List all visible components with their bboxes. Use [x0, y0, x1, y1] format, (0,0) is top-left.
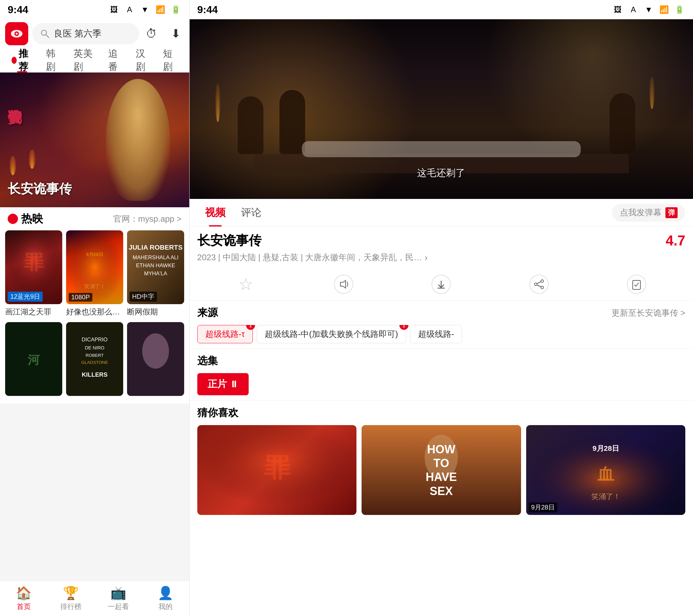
signal-icon-r: 📶	[658, 4, 670, 15]
bottom-nav-mine[interactable]: 👤 我的	[142, 585, 189, 612]
danmaku-button[interactable]: 点我发弹幕 弹	[612, 204, 685, 222]
left-panel: 9:44 🖼 A ▼ 📶 🔋 良医 第六季 ⏱ ⬇	[0, 0, 189, 616]
how-to-have-sex-text: HOWTOHAVESEX	[426, 442, 457, 498]
video-meta-arrow: ›	[424, 253, 427, 263]
movie-card-2[interactable]: 9月28日 血 笑涌了！ 1080P 好像也没那么…	[66, 230, 123, 317]
ranking-icon: 🏆	[63, 585, 79, 601]
source-update-link[interactable]: 更新至长安诡事传 >	[612, 307, 685, 319]
hero-title: 长安诡事传	[8, 180, 72, 198]
home-label: 首页	[17, 602, 31, 612]
movie-poster-2: 9月28日 血 笑涌了！ 1080P	[66, 230, 123, 304]
action-row: ☆	[190, 268, 693, 301]
hot-title-text: 热映	[21, 212, 43, 226]
image-icon: 🖼	[108, 4, 120, 15]
time-right: 9:44	[197, 4, 218, 16]
audio-btn[interactable]	[295, 275, 392, 294]
source-tab-2[interactable]: 超级线路-中(加载失败换个线路即可) 1	[257, 325, 406, 343]
app-header: 良医 第六季 ⏱ ⬇	[0, 19, 189, 48]
recommend-title: 猜你喜欢	[197, 406, 685, 420]
home-icon: 🏠	[16, 585, 32, 601]
source-tab-1-badge: 1	[246, 325, 255, 330]
hero-banner[interactable]: 长安诡事传 长安诡事传	[0, 73, 189, 207]
scene-candle-1	[215, 83, 220, 122]
movie-badge-2: 1080P	[69, 293, 93, 302]
font-icon-r: A	[628, 4, 639, 15]
video-tab-video[interactable]: 视频	[197, 199, 233, 226]
video-tabs: 视频 评论 点我发弹幕 弹	[190, 199, 693, 226]
episode-title: 选集	[197, 354, 685, 368]
history-icon[interactable]: ⏱	[143, 25, 160, 42]
recommend-card-2[interactable]: HOWTOHAVESEX	[361, 425, 521, 515]
hero-character	[106, 79, 170, 201]
svg-text:ROBERT: ROBERT	[86, 353, 104, 358]
svg-text:MYHA'LA: MYHA'LA	[144, 271, 167, 276]
scene-person-3	[610, 93, 635, 154]
svg-text:ETHAN HAWKE: ETHAN HAWKE	[136, 262, 175, 268]
recommend-card-1[interactable]: 罪	[197, 425, 356, 515]
nav-tab-han-label: 汉剧	[136, 47, 151, 74]
source-tab-3-label: 超级线路-	[418, 329, 454, 339]
svg-text:9月28日: 9月28日	[86, 252, 103, 257]
nav-tab-recommend[interactable]: 推荐	[5, 48, 39, 73]
movie-card-5[interactable]: DICAPRIO DE NIRO ROBERT GLADSTONE KILLER…	[66, 322, 123, 398]
app-logo[interactable]	[5, 22, 28, 45]
source-tab-3[interactable]: 超级线路-	[410, 325, 462, 343]
nav-tab-korean-label: 韩剧	[46, 47, 61, 74]
svg-line-30	[537, 285, 541, 287]
video-meta[interactable]: 2023 | 中国大陆 | 悬疑,古装 | 大唐永徽年间，天象异乱，民… ›	[197, 252, 685, 263]
video-player[interactable]: 这毛还剃了	[190, 19, 693, 199]
svg-text:罪: 罪	[24, 251, 44, 273]
nav-tab-follow[interactable]: 追番	[102, 48, 129, 73]
svg-text:9月28日: 9月28日	[592, 444, 619, 452]
mine-label: 我的	[158, 602, 173, 612]
battery-icon-r: 🔋	[674, 4, 685, 15]
nav-tab-han[interactable]: 汉剧	[129, 48, 157, 73]
share-btn[interactable]	[490, 275, 588, 294]
movie-card-3[interactable]: JULIA ROBERTS MAHERSHALA ALI ETHAN HAWKE…	[127, 230, 184, 317]
svg-text:血: 血	[597, 465, 614, 483]
movie-badge-3: HD中字	[130, 292, 157, 302]
audio-icon	[334, 275, 353, 294]
source-tab-1[interactable]: 超级线路-τ 1	[197, 325, 253, 343]
movie-card-6[interactable]	[127, 322, 184, 398]
movie-grid-row1: 罪 12蓝光9日 画江湖之天罪 9月28日 血 笑	[0, 230, 189, 322]
collect-btn[interactable]	[588, 275, 685, 294]
official-site-link[interactable]: 官网：mysp.app >	[113, 213, 182, 224]
search-bar[interactable]: 良医 第六季	[32, 23, 139, 44]
source-header: 来源 更新至长安诡事传 >	[197, 306, 685, 320]
video-title: 长安诡事传	[197, 232, 261, 249]
recommend-card-3[interactable]: 9月28日 血 笑涌了！ 9月28日	[526, 425, 685, 515]
candle-2	[29, 150, 35, 169]
bottom-nav-ranking[interactable]: 🏆 排行榜	[47, 585, 94, 612]
bottom-nav-together[interactable]: 📺 一起看	[95, 585, 142, 612]
movie-card-1[interactable]: 罪 12蓝光9日 画江湖之天罪	[5, 230, 62, 317]
download-icon[interactable]: ⬇	[167, 25, 184, 42]
nav-tab-short[interactable]: 短剧	[157, 48, 184, 73]
video-info: 长安诡事传 4.7 2023 | 中国大陆 | 悬疑,古装 | 大唐永徽年间，天…	[190, 226, 693, 268]
nav-tab-korean[interactable]: 韩剧	[39, 48, 67, 73]
bottom-nav-home[interactable]: 🏠 首页	[0, 585, 47, 612]
danmaku-placeholder: 点我发弹幕	[620, 207, 661, 218]
mine-icon: 👤	[158, 585, 174, 601]
episode-section: 选集 正片 ⏸	[190, 349, 693, 401]
image-icon-r: 🖼	[612, 4, 624, 15]
episode-btn[interactable]: 正片 ⏸	[197, 373, 249, 395]
episode-pause-icon: ⏸	[230, 379, 238, 390]
candle-1	[9, 156, 16, 175]
status-icons-right: 🖼 A ▼ 📶 🔋	[612, 4, 685, 15]
movie-card-4[interactable]: 河	[5, 322, 62, 398]
nav-tab-short-label: 短剧	[163, 47, 178, 74]
poster-art-5: DICAPRIO DE NIRO ROBERT GLADSTONE KILLER…	[66, 322, 123, 396]
movie-poster-4: 河	[5, 322, 62, 396]
video-tab-comments[interactable]: 评论	[233, 199, 269, 226]
status-bar-left: 9:44 🖼 A ▼ 📶 🔋	[0, 0, 189, 19]
nav-tab-western[interactable]: 英美剧	[67, 48, 102, 73]
movie-poster-1: 罪 12蓝光9日	[5, 230, 62, 304]
download-action-btn[interactable]	[392, 275, 490, 294]
movie-grid-row2: 河 DICAPRIO DE NIRO ROBERT GLADSTONE KILL…	[0, 322, 189, 404]
svg-text:MAHERSHALA ALI: MAHERSHALA ALI	[133, 254, 178, 260]
source-tab-2-badge: 1	[399, 325, 409, 330]
favorite-btn[interactable]: ☆	[197, 275, 295, 294]
movie-poster-3: JULIA ROBERTS MAHERSHALA ALI ETHAN HAWKE…	[127, 230, 184, 304]
nav-tab-recommend-label: 推荐	[19, 47, 33, 74]
